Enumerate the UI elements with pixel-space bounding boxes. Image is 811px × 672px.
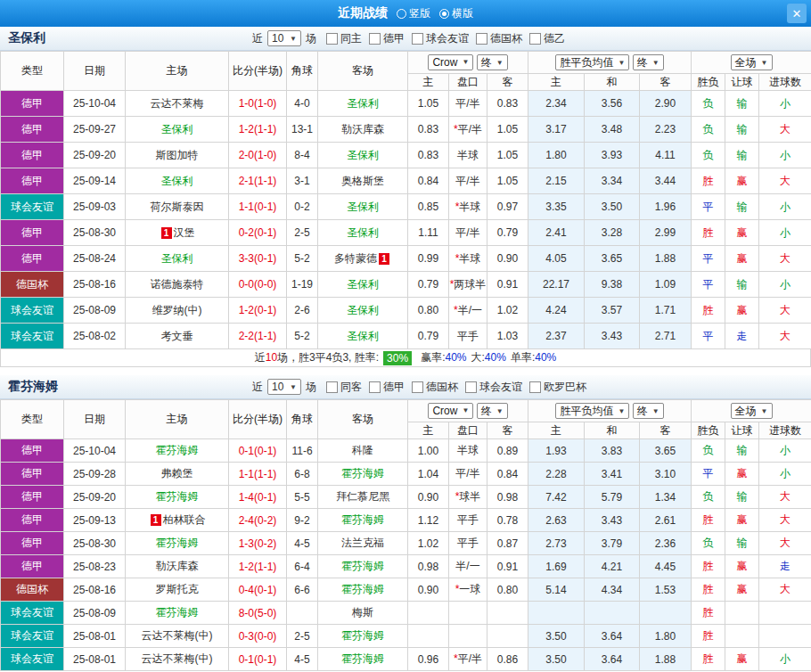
- sub-header-goals: 进球数: [759, 74, 811, 91]
- result-goals-cell: 大: [759, 117, 811, 143]
- result-goals-cell: 大: [759, 532, 811, 555]
- mean-away-cell: 2.23: [640, 117, 692, 143]
- checkbox-icon[interactable]: [326, 33, 338, 45]
- chevron-down-icon: ▼: [618, 407, 625, 415]
- filter-checkbox-label[interactable]: 球会友谊: [479, 380, 522, 395]
- checkbox-icon[interactable]: [412, 381, 423, 393]
- filter-checkbox-item[interactable]: 球会友谊: [412, 31, 469, 46]
- handicap-cell: *平/半: [449, 117, 487, 143]
- radio-icon-vertical[interactable]: [397, 9, 406, 19]
- view-horizontal-option[interactable]: 横版: [439, 6, 473, 21]
- filter-checkbox-item[interactable]: 德国杯: [412, 380, 458, 395]
- mean-away-cell: 2.90: [640, 91, 692, 117]
- filter-checkbox-label[interactable]: 同主: [340, 31, 362, 46]
- mean-stage-select[interactable]: 终▼: [633, 403, 664, 419]
- checkbox-icon[interactable]: [529, 33, 541, 45]
- chevron-down-icon: ▼: [652, 59, 659, 67]
- mean-away-cell: 3.10: [640, 463, 692, 486]
- handicap-cell: 平/半: [449, 463, 487, 486]
- corner-cell: 5-5: [287, 486, 318, 509]
- away-cell: 霍芬海姆: [318, 463, 408, 486]
- chevron-down-icon: ▼: [761, 59, 768, 67]
- filter-checkbox-label[interactable]: 球会友谊: [426, 31, 469, 46]
- filter-checkbox-item[interactable]: 同客: [326, 380, 362, 395]
- checkbox-icon[interactable]: [412, 33, 423, 45]
- filter-checkbox-label[interactable]: 同客: [340, 380, 362, 395]
- match-row: 德甲 25-09-28 弗赖堡 1-1(1-1) 6-8 霍芬海姆 1.04 平…: [1, 463, 811, 486]
- result-wdl-cell: 平: [692, 324, 725, 349]
- league-cell: 球会友谊: [1, 625, 64, 648]
- checkbox-icon[interactable]: [529, 381, 541, 393]
- result-wdl-cell: 负: [692, 91, 725, 117]
- close-icon[interactable]: ✕: [787, 4, 807, 23]
- away-cell: 霍芬海姆: [318, 648, 408, 671]
- odds-stage-select[interactable]: 终▼: [477, 54, 508, 70]
- odds-away-cell: [487, 602, 528, 625]
- home-cell: 诺德施泰特: [126, 272, 229, 298]
- chevron-down-icon: ▼: [290, 35, 297, 43]
- radio-icon-horizontal[interactable]: [439, 9, 449, 19]
- checkbox-icon[interactable]: [476, 33, 487, 45]
- filter-checkbox-item[interactable]: 德国杯: [476, 31, 522, 46]
- league-cell: 德甲: [1, 246, 64, 272]
- match-filter: 近 10 ▼ 场 同主 德甲 球会友谊 德国杯 德乙: [252, 30, 565, 46]
- mean-draw-cell: 3.64: [585, 625, 640, 648]
- filter-checkbox-item[interactable]: 德甲: [369, 31, 405, 46]
- filter-checkbox-label[interactable]: 德国杯: [426, 380, 458, 395]
- mean-away-cell: 2.99: [640, 220, 692, 246]
- view-vertical-label[interactable]: 竖版: [409, 6, 430, 21]
- view-vertical-option[interactable]: 竖版: [397, 6, 430, 21]
- handicap-cell: *平/半: [449, 648, 487, 671]
- mean-odds-select[interactable]: 胜平负均值▼: [555, 403, 629, 419]
- score-cell: 1-2(1-1): [229, 555, 287, 578]
- match-row: 德甲 25-08-30 1汉堡 0-2(0-1) 2-5 圣保利 1.11 平/…: [1, 220, 811, 246]
- mean-odds-select[interactable]: 胜平负均值▼: [555, 54, 629, 70]
- result-wdl-cell: 平: [692, 194, 725, 220]
- filter-checkbox-item[interactable]: 欧罗巴杯: [529, 380, 586, 395]
- fullmatch-select[interactable]: 全场▼: [731, 54, 773, 70]
- odds-source-select[interactable]: Crow▼: [428, 403, 473, 419]
- odds-away-cell: 1.05: [487, 143, 528, 168]
- col-header-score: 比分(半场): [229, 400, 287, 439]
- result-wdl-cell: 胜: [692, 509, 725, 532]
- result-handicap-cell: 赢: [725, 298, 759, 324]
- filter-checkbox-label[interactable]: 德甲: [383, 31, 405, 46]
- filter-checkbox-label[interactable]: 德乙: [544, 31, 565, 46]
- summary-text: 近10场，胜3平4负3, 胜率:: [255, 350, 379, 365]
- view-horizontal-label[interactable]: 横版: [452, 6, 473, 21]
- checkbox-icon[interactable]: [369, 381, 381, 393]
- match-row: 德国杯 25-08-16 诺德施泰特 0-0(0-0) 1-19 圣保利 0.7…: [1, 272, 811, 298]
- result-goals-cell: 大: [759, 578, 811, 602]
- filter-checkbox-item[interactable]: 德乙: [529, 31, 565, 46]
- corner-cell: 2-6: [287, 298, 318, 324]
- checkbox-icon[interactable]: [465, 381, 477, 393]
- odds-source-select[interactable]: Crow▼: [428, 54, 473, 70]
- mean-stage-select[interactable]: 终▼: [633, 54, 664, 70]
- sub-header-odds-away: 客: [487, 74, 528, 91]
- filter-checkbox-label[interactable]: 德国杯: [490, 31, 522, 46]
- filter-checkbox-label[interactable]: 欧罗巴杯: [544, 380, 586, 395]
- checkbox-icon[interactable]: [369, 33, 381, 45]
- filter-checkbox-item[interactable]: 同主: [326, 31, 362, 46]
- handicap-cell: 平手: [449, 532, 487, 555]
- fullmatch-select[interactable]: 全场▼: [731, 403, 773, 419]
- filter-checkbox-label[interactable]: 德甲: [383, 380, 405, 395]
- league-cell: 德甲: [1, 463, 64, 486]
- mean-away-cell: 1.88: [640, 648, 692, 671]
- summary-stat-label: 大:: [471, 351, 485, 364]
- match-row: 德甲 25-09-27 圣保利 1-2(1-1) 13-1 勒沃库森 0.83 …: [1, 117, 811, 143]
- match-row: 球会友谊 25-08-01 云达不莱梅(中) 0-3(0-0) 2-5 霍芬海姆…: [1, 625, 811, 648]
- odds-group-header: Crow▼ 终▼: [408, 52, 528, 74]
- handicap-cell: 平/半: [449, 168, 487, 194]
- filter-checkbox-item[interactable]: 德甲: [369, 380, 405, 395]
- games-count-select[interactable]: 10 ▼: [267, 30, 301, 46]
- home-cell: 云达不莱梅: [126, 91, 229, 117]
- games-count-select[interactable]: 10 ▼: [267, 379, 301, 395]
- match-row: 德甲 25-09-13 1柏林联合 2-4(0-2) 9-2 霍芬海姆 1.12…: [1, 509, 811, 532]
- mean-home-cell: 5.14: [528, 578, 585, 602]
- away-team-name: 拜仁慕尼黑: [336, 490, 389, 503]
- summary-stats: 赢率:40%大:40%单率:40%: [416, 350, 556, 365]
- checkbox-icon[interactable]: [326, 381, 338, 393]
- filter-checkbox-item[interactable]: 球会友谊: [465, 380, 522, 395]
- odds-stage-select[interactable]: 终▼: [477, 403, 508, 419]
